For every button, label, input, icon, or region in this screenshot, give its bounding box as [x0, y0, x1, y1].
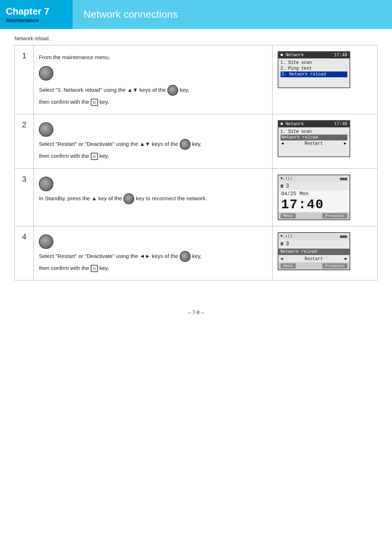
key-icon	[39, 234, 53, 249]
step-screen: ■ Network 17:40 1. Site scan Network rel…	[272, 114, 377, 169]
phone-icon: ☎	[281, 183, 283, 189]
key-icon	[39, 177, 53, 191]
step-text: then confirm with the ⊙ key.	[39, 98, 267, 106]
step-description: Select "Restart" or "Deactivate" using t…	[34, 114, 272, 169]
arrow-left-icon: ◄	[139, 253, 145, 259]
standby-date: 04/25 Mon	[278, 190, 350, 197]
sub-label: Maintenance	[6, 17, 67, 23]
section-title: Network reload.	[15, 36, 377, 41]
arrow-right-icon: ►	[145, 253, 150, 259]
table-row: 2 Select "Restart" or "Deactivate" using…	[15, 114, 377, 169]
standby-button-bar: Menu Presence	[278, 212, 350, 219]
step-text: In Standby, press the ▲ key of the key t…	[39, 193, 267, 204]
step-screen: ■ Network 17:40 1. Site scan 2. Ping tes…	[272, 45, 377, 114]
step-text	[39, 234, 267, 249]
step-text: From the maintenance menu,	[39, 53, 267, 62]
reload-nav: ◄ Restart ►	[278, 256, 350, 262]
step-text: Select "Restart" or "Deactivate" using t…	[39, 139, 267, 150]
screen-body: 1. Site scan Network reload ◄ Restart ►	[278, 127, 350, 156]
standby-status-bar: ☎ 3	[278, 182, 350, 190]
key-icon	[123, 193, 134, 204]
title-block: Network connections	[73, 0, 392, 29]
screen-time: 17:40	[334, 53, 347, 58]
page-title: Network connections	[83, 9, 178, 20]
step-number: 2	[15, 114, 34, 169]
menu-item: 1. Site scan	[281, 60, 347, 66]
key-icon	[39, 122, 53, 137]
key-icon	[180, 139, 191, 150]
table-row: 1 From the maintenance menu, Select "3. …	[15, 45, 377, 114]
screen-header: ■ Network 17:40	[278, 52, 350, 58]
step-text: then confirm with the ⊙ key.	[39, 264, 267, 272]
screen-mockup: ■ Network 17:40 1. Site scan Network rel…	[278, 120, 350, 157]
step-description: Select "Restart" or "Deactivate" using t…	[34, 226, 272, 280]
screen-nav: ◄ Restart ►	[281, 140, 347, 147]
presence-button[interactable]: Presence	[322, 213, 347, 218]
step-number: 3	[15, 168, 34, 226]
screen-time: 17:40	[334, 122, 347, 127]
status-number: 3	[286, 183, 289, 189]
menu-item-highlighted: Network reload	[281, 135, 347, 140]
standby-top-bar: ▼.||| ▣▣▣	[278, 175, 350, 182]
nav-label: Restart	[305, 257, 323, 262]
confirm-icon: ⊙	[91, 99, 98, 106]
network-reload-label: Network reload	[278, 249, 350, 255]
key-icon	[167, 85, 178, 96]
steps-table: 1 From the maintenance menu, Select "3. …	[15, 45, 377, 280]
arrow-up-icon: ▲	[139, 141, 145, 147]
page-header: Chapter 7 Maintenance Network connection…	[0, 0, 392, 29]
presence-button[interactable]: Presence	[322, 263, 347, 268]
step-text	[39, 64, 267, 83]
phone-icon: ☎	[281, 241, 283, 247]
step-screen: ▼.||| ▣▣▣ ☎ 3 Network reload ◄ Restart ►	[272, 226, 377, 280]
page-number: – 7-8 –	[188, 309, 204, 315]
menu-button[interactable]: Menu	[281, 213, 296, 218]
key-icon	[39, 66, 53, 81]
standby-reload-screen-mockup: ▼.||| ▣▣▣ ☎ 3 Network reload ◄ Restart ►	[278, 232, 350, 270]
arrow-down-icon: ▼	[132, 86, 138, 93]
step-description: In Standby, press the ▲ key of the key t…	[34, 168, 272, 226]
key-icon	[180, 251, 191, 262]
status-number: 3	[286, 241, 289, 247]
step-text: Select "Restart" or "Deactivate" using t…	[39, 251, 267, 262]
step-number: 4	[15, 226, 34, 280]
chapter-label: Chapter 7	[6, 6, 67, 17]
standby-top-bar: ▼.||| ▣▣▣	[278, 233, 350, 240]
nav-right-icon: ►	[344, 257, 347, 262]
screen-title: ■ Network	[281, 53, 304, 58]
confirm-icon: ⊙	[91, 153, 98, 160]
page-footer: – 7-8 –	[0, 302, 392, 323]
content-area: Network reload. 1 From the maintenance m…	[0, 29, 392, 295]
step-text	[39, 122, 267, 137]
chapter-block: Chapter 7 Maintenance	[0, 0, 73, 29]
arrow-up-icon: ▲	[127, 86, 132, 93]
screen-header: ■ Network 17:40	[278, 121, 350, 127]
nav-label: Restart	[305, 141, 323, 146]
table-row: 4 Select "Restart" or "Deactivate" using…	[15, 226, 377, 280]
step-screen: ▼.||| ▣▣▣ ☎ 3 04/25 Mon 17:40 Menu Prese…	[272, 168, 377, 226]
signal-icon: ▼.|||	[281, 176, 293, 181]
step-description: From the maintenance menu, Select "3. Ne…	[34, 45, 272, 114]
standby-status-bar: ☎ 3	[278, 240, 350, 248]
standby-screen-mockup: ▼.||| ▣▣▣ ☎ 3 04/25 Mon 17:40 Menu Prese…	[278, 175, 350, 220]
menu-button[interactable]: Menu	[281, 263, 296, 268]
menu-item: 1. Site scan	[281, 129, 347, 135]
nav-left-icon: ◄	[281, 257, 283, 262]
screen-body: 1. Site scan 2. Ping test 3. Network rel…	[278, 58, 350, 87]
battery-icon: ▣▣▣	[340, 234, 347, 239]
battery-icon: ▣▣▣	[340, 176, 347, 181]
table-row: 3 In Standby, press the ▲ key of the key…	[15, 168, 377, 226]
standby-time: 17:40	[278, 197, 350, 212]
arrow-down-icon: ▼	[145, 141, 150, 147]
nav-left-icon: ◄	[281, 141, 284, 146]
step-number: 1	[15, 45, 34, 114]
nav-right-icon: ►	[344, 141, 346, 146]
arrow-up-icon: ▲	[91, 195, 97, 201]
menu-item-selected: 3. Network reload	[281, 71, 347, 77]
screen-title: ■ Network	[281, 122, 304, 127]
step-text	[39, 177, 267, 191]
step-text: Select "3. Network reload" using the ▲▼ …	[39, 85, 267, 96]
confirm-icon: ⊙	[91, 265, 98, 272]
standby-button-bar: Menu Presence	[278, 262, 350, 270]
signal-icon: ▼.|||	[281, 234, 293, 239]
